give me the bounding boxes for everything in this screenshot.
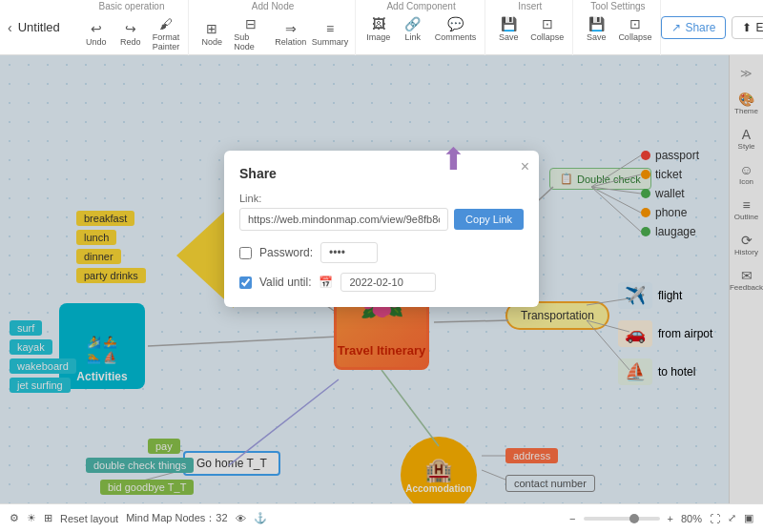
- app-logo: ‹ Untitled: [8, 20, 60, 35]
- link-row: Copy Link: [239, 208, 524, 231]
- group-items-basic: ↩Undo ↪Redo 🖌Format Painter: [81, 14, 183, 53]
- export-button[interactable]: ⬆ Export: [732, 16, 763, 39]
- settings-icon: ⚙: [10, 512, 19, 524]
- group-tool-settings: Tool Settings 💾Save ⊡Collapse: [575, 0, 661, 55]
- eye-icon: 👁: [236, 513, 246, 524]
- modal-title: Share: [239, 166, 524, 181]
- mind-map-nodes: Mind Map Nodes：32: [126, 511, 227, 525]
- group-items-addnode: ⊞Node ⊟Sub Node ⇒Relation ≡Summary: [196, 14, 349, 53]
- toolbar-groups: Basic operation ↩Undo ↪Redo 🖌Format Pain…: [75, 0, 662, 55]
- share-button[interactable]: ↗ Share: [661, 16, 726, 39]
- image-button[interactable]: 🖼Image: [363, 14, 394, 44]
- plus-zoom[interactable]: +: [668, 513, 673, 524]
- calendar-icon: 📅: [319, 276, 333, 289]
- summary-button[interactable]: ≡Summary: [311, 19, 349, 49]
- grid-icon: ⊞: [44, 512, 52, 524]
- minus-zoom[interactable]: −: [569, 513, 575, 524]
- link-input[interactable]: [239, 208, 448, 231]
- redo-button[interactable]: ↪Redo: [115, 19, 146, 49]
- subnode-button[interactable]: ⊟Sub Node: [231, 14, 270, 53]
- modal-overlay[interactable]: Share × Link: Copy Link Password: Valid …: [0, 55, 763, 503]
- export-label: Export: [755, 21, 763, 34]
- link-label: Link:: [239, 193, 524, 204]
- group-items-insert: 💾Save ⊡Collapse: [493, 14, 567, 44]
- password-input[interactable]: [320, 242, 378, 263]
- password-checkbox[interactable]: [239, 247, 252, 259]
- group-basic-operation: Basic operation ↩Undo ↪Redo 🖌Format Pain…: [75, 0, 190, 55]
- group-add-node: Add Node ⊞Node ⊟Sub Node ⇒Relation ≡Summ…: [191, 0, 356, 55]
- share-modal: Share × Link: Copy Link Password: Valid …: [224, 151, 539, 307]
- modal-close-button[interactable]: ×: [521, 158, 529, 175]
- group-items-toolsettings: 💾Save ⊡Collapse: [581, 14, 654, 44]
- valid-date-input[interactable]: [340, 273, 436, 292]
- toolbar: ‹ Untitled Basic operation ↩Undo ↪Redo 🖌…: [0, 0, 763, 55]
- fullscreen-icon[interactable]: ⛶: [710, 513, 720, 524]
- copy-link-button[interactable]: Copy Link: [454, 209, 524, 230]
- reset-layout[interactable]: Reset layout: [60, 513, 118, 524]
- password-row: Password:: [239, 242, 524, 263]
- zoom-level: 80%: [681, 513, 702, 524]
- group-label-component: Add Component: [386, 1, 455, 11]
- zoom-slider[interactable]: [584, 517, 660, 521]
- share-label: Share: [685, 21, 715, 34]
- settings-save-button[interactable]: 💾Save: [581, 14, 611, 44]
- sun-icon: ☀: [27, 512, 36, 524]
- relation-button[interactable]: ⇒Relation: [274, 19, 307, 49]
- statusbar: ⚙ ☀ ⊞ Reset layout Mind Map Nodes：32 👁 ⚓…: [0, 503, 763, 532]
- group-label-insert: Insert: [518, 1, 542, 11]
- collapse-button[interactable]: ⊡Collapse: [527, 14, 567, 44]
- share-icon: ↗: [671, 21, 681, 34]
- link-button[interactable]: 🔗Link: [398, 14, 428, 44]
- comments-button[interactable]: 💬Comments: [432, 14, 480, 44]
- status-right: − + 80% ⛶ ⤢ ▣: [569, 512, 753, 524]
- format-painter-button[interactable]: 🖌Format Painter: [150, 14, 183, 53]
- password-label: Password:: [259, 246, 313, 259]
- undo-button[interactable]: ↩Undo: [81, 19, 112, 49]
- group-label-addnode: Add Node: [252, 1, 294, 11]
- group-label-toolsettings: Tool Settings: [590, 1, 645, 11]
- valid-label: Valid until:: [259, 276, 311, 289]
- valid-row: Valid until: 📅: [239, 273, 524, 292]
- node-button[interactable]: ⊞Node: [196, 19, 227, 49]
- group-items-component: 🖼Image 🔗Link 💬Comments: [363, 14, 480, 44]
- status-left: ⚙ ☀ ⊞ Reset layout Mind Map Nodes：32 👁 ⚓: [10, 511, 558, 525]
- settings-collapse-button[interactable]: ⊡Collapse: [615, 14, 654, 44]
- zoom-thumb: [629, 514, 639, 523]
- group-add-component: Add Component 🖼Image 🔗Link 💬Comments: [358, 0, 486, 55]
- group-label-basic: Basic operation: [99, 1, 165, 11]
- app-title: Untitled: [18, 20, 60, 34]
- expand-icon[interactable]: ⤢: [728, 512, 736, 524]
- back-button[interactable]: ‹: [8, 20, 12, 35]
- fit-icon[interactable]: ▣: [744, 512, 753, 524]
- anchor-icon: ⚓: [254, 512, 267, 524]
- group-insert: Insert 💾Save ⊡Collapse: [487, 0, 573, 55]
- valid-checkbox[interactable]: [239, 276, 252, 289]
- export-icon: ⬆: [742, 21, 752, 34]
- save-button[interactable]: 💾Save: [493, 14, 524, 44]
